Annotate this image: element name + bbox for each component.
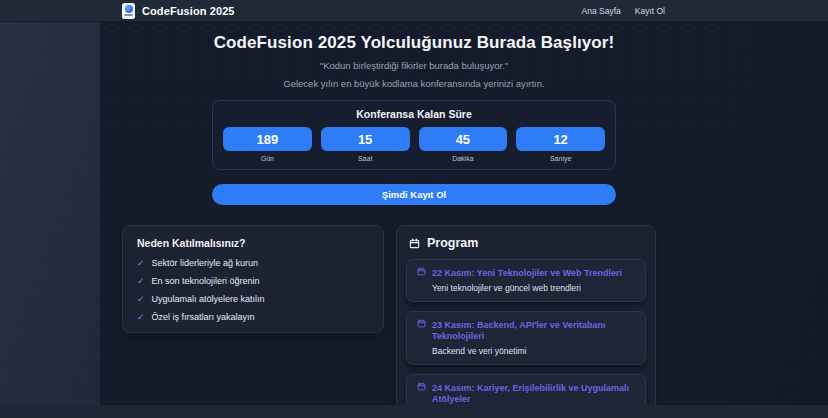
countdown-minutes-label: Dakika <box>419 155 508 162</box>
brand-title[interactable]: CodeFusion 2025 <box>142 5 235 17</box>
hero-subtitle: Gelecek yılın en büyük kodlama konferans… <box>100 78 728 89</box>
calendar-icon <box>417 382 426 391</box>
navbar: CodeFusion 2025 Ana Sayfa Kayıt Ol <box>0 0 828 22</box>
program-session-2: 23 Kasım: Backend, API'ler ve Veritabanı… <box>406 311 646 365</box>
session-title: 23 Kasım: Backend, API'ler ve Veritabanı… <box>432 320 635 342</box>
brand-logo-icon[interactable] <box>122 3 135 19</box>
register-now-button[interactable]: Şimdi Kayıt Ol <box>212 184 616 205</box>
page: CodeFusion 2025 Ana Sayfa Kayıt Ol CodeF… <box>0 0 828 418</box>
program-title: Program <box>427 236 478 250</box>
globe-icon <box>125 5 133 13</box>
cards-row: Neden Katılmalısınız? ✓ Sektör liderleri… <box>100 225 728 418</box>
calendar-icon <box>409 238 420 249</box>
countdown-seconds-label: Saniye <box>516 155 605 162</box>
countdown-minutes-value: 45 <box>419 127 508 151</box>
why-item-text: Uygulamalı atölyelere katılın <box>152 293 265 305</box>
main-content: CodeFusion 2025 Yolculuğunuz Burada Başl… <box>100 22 728 418</box>
check-icon: ✓ <box>137 293 145 305</box>
nav-link-home[interactable]: Ana Sayfa <box>582 6 621 16</box>
countdown-hours-label: Saat <box>321 155 410 162</box>
logo-wordmark <box>124 14 133 16</box>
hero-section: CodeFusion 2025 Yolculuğunuz Burada Başl… <box>100 22 728 89</box>
countdown-unit-minutes: 45 Dakika <box>419 127 508 162</box>
countdown-days-value: 189 <box>223 127 312 151</box>
countdown-unit-days: 189 Gün <box>223 127 312 162</box>
why-item-text: En son teknolojileri öğrenin <box>152 275 260 287</box>
list-item: ✓ Sektör liderleriyle ağ kurun <box>137 257 369 269</box>
why-attend-card: Neden Katılmalısınız? ✓ Sektör liderleri… <box>122 225 384 333</box>
list-item: ✓ Uygulamalı atölyelere katılın <box>137 293 369 305</box>
countdown-hours-value: 15 <box>321 127 410 151</box>
list-item: ✓ En son teknolojileri öğrenin <box>137 275 369 287</box>
footer-bar <box>0 405 828 418</box>
check-icon: ✓ <box>137 257 145 269</box>
nav-links: Ana Sayfa Kayıt Ol <box>582 6 665 16</box>
nav-link-register[interactable]: Kayıt Ol <box>635 6 665 16</box>
countdown-unit-seconds: 12 Saniye <box>516 127 605 162</box>
hero-quote: "Kodun birleştirdiği fikirler burada bul… <box>100 60 728 71</box>
countdown-unit-hours: 15 Saat <box>321 127 410 162</box>
session-title: 24 Kasım: Kariyer, Erişilebilirlik ve Uy… <box>432 383 635 405</box>
why-item-text: Sektör liderleriyle ağ kurun <box>152 257 259 269</box>
session-subtitle: Backend ve veri yönetimi <box>432 346 635 356</box>
check-icon: ✓ <box>137 311 145 323</box>
session-title: 22 Kasım: Yeni Teknolojiler ve Web Trend… <box>432 268 622 279</box>
program-session-1: 22 Kasım: Yeni Teknolojiler ve Web Trend… <box>406 259 646 302</box>
check-icon: ✓ <box>137 275 145 287</box>
countdown-row: 189 Gün 15 Saat 45 Dakika 12 Saniye <box>223 127 605 162</box>
session-subtitle: Yeni teknolojiler ve güncel web trendler… <box>432 283 635 293</box>
program-header: Program <box>406 236 646 250</box>
why-attend-title: Neden Katılmalısınız? <box>137 237 369 249</box>
why-item-text: Özel iş fırsatları yakalayın <box>152 311 255 323</box>
countdown-panel: Konferansa Kalan Süre 189 Gün 15 Saat 45… <box>212 100 616 170</box>
page-title: CodeFusion 2025 Yolculuğunuz Burada Başl… <box>100 33 728 53</box>
countdown-seconds-value: 12 <box>516 127 605 151</box>
calendar-icon <box>417 319 426 328</box>
calendar-icon <box>417 267 426 276</box>
list-item: ✓ Özel iş fırsatları yakalayın <box>137 311 369 323</box>
countdown-title: Konferansa Kalan Süre <box>223 108 605 120</box>
countdown-days-label: Gün <box>223 155 312 162</box>
navbar-inner: CodeFusion 2025 Ana Sayfa Kayıt Ol <box>100 0 728 21</box>
program-card: Program 22 <box>396 225 656 418</box>
cta-wrap: Şimdi Kayıt Ol <box>212 184 616 205</box>
